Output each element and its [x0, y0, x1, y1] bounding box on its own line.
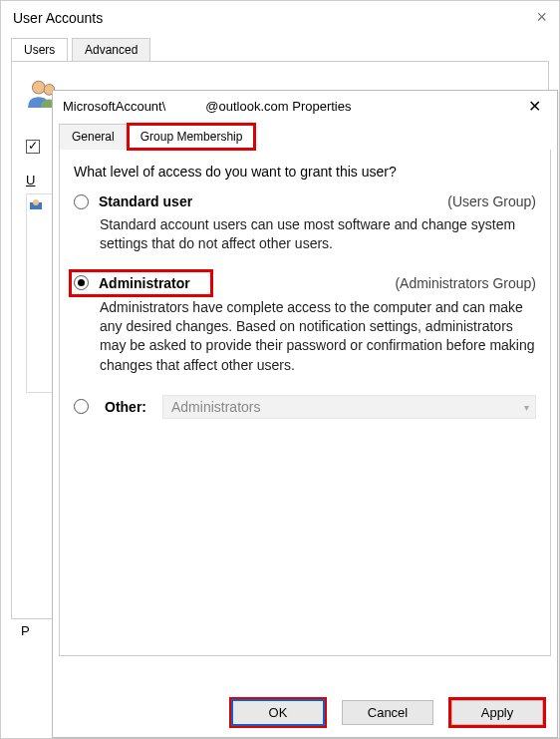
svg-point-3 [33, 199, 39, 205]
user-accounts-titlebar: User Accounts × [1, 1, 559, 34]
tab-group-membership[interactable]: Group Membership [128, 124, 256, 150]
chevron-down-icon: ▾ [524, 401, 529, 412]
tab-general[interactable]: General [59, 124, 128, 150]
other-selected-value: Administrators [171, 399, 260, 415]
option-standard: Standard user (Users Group) Standard acc… [74, 193, 536, 254]
standard-desc: Standard account users can use most soft… [100, 215, 536, 254]
checkbox-icon[interactable] [26, 140, 40, 154]
standard-label: Standard user [99, 193, 192, 209]
admin-group: (Administrators Group) [395, 275, 536, 291]
tab-advanced[interactable]: Advanced [72, 38, 150, 61]
title-suffix: @outlook.com Properties [205, 99, 351, 114]
radio-administrator[interactable] [74, 275, 89, 290]
bg-tab-strip: Users Advanced [11, 38, 549, 61]
svg-point-0 [32, 81, 45, 94]
admin-desc: Administrators have complete access to t… [100, 298, 536, 375]
radio-other[interactable] [74, 399, 89, 414]
radio-standard[interactable] [74, 194, 89, 209]
properties-titlebar: MicrosoftAccount\ @outlook.com Propertie… [53, 91, 557, 122]
user-list-icon [29, 198, 43, 212]
cancel-button[interactable]: Cancel [342, 700, 433, 725]
close-icon[interactable]: × [536, 7, 547, 28]
properties-content: What level of access do you want to gran… [59, 150, 551, 656]
properties-dialog: MicrosoftAccount\ @outlook.com Propertie… [52, 90, 558, 738]
title-prefix: MicrosoftAccount\ [63, 99, 165, 114]
standard-group: (Users Group) [447, 193, 536, 209]
admin-label: Administrator [99, 275, 190, 291]
close-icon[interactable]: ✕ [522, 97, 547, 116]
bg-bottom-label: P [21, 623, 30, 638]
option-other: Other: Administrators ▾ [74, 395, 536, 419]
tab-users[interactable]: Users [11, 38, 68, 61]
intro-text: What level of access do you want to gran… [74, 164, 536, 180]
properties-title: MicrosoftAccount\ @outlook.com Propertie… [63, 99, 351, 114]
other-label: Other: [105, 399, 146, 415]
apply-button[interactable]: Apply [451, 700, 543, 725]
dialog-button-row: OK Cancel Apply [232, 700, 543, 725]
ok-button[interactable]: OK [232, 700, 324, 725]
user-accounts-title: User Accounts [13, 10, 103, 26]
option-administrator: Administrator (Administrators Group) Adm… [74, 274, 536, 375]
properties-tab-strip: General Group Membership [59, 124, 551, 150]
other-dropdown[interactable]: Administrators ▾ [162, 395, 536, 419]
